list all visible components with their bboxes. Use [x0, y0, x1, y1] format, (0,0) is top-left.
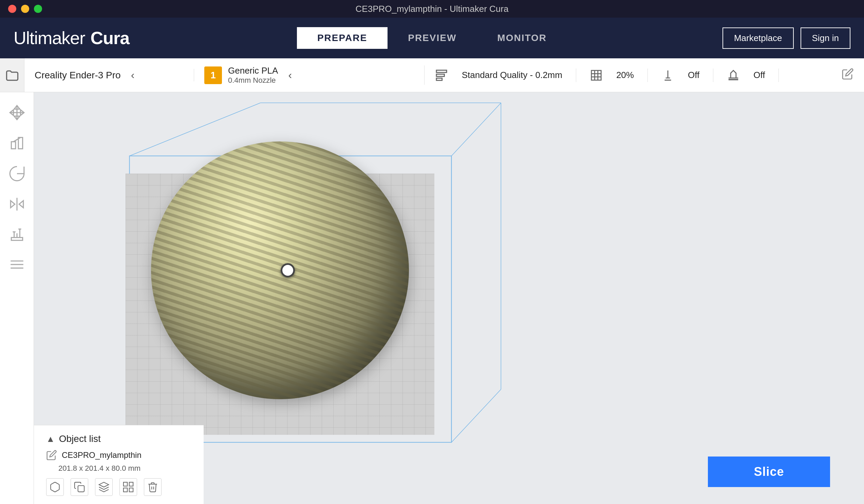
pencil-icon [842, 68, 854, 80]
object-panel: ▲ CE3PRO_mylampthin Object list CE3PRO_m… [34, 425, 204, 504]
printer-section: Creality Ender-3 Pro ‹ [24, 69, 194, 82]
material-section: 1 Generic PLA 0.4mm Nozzle ‹ [194, 65, 424, 85]
settings-section: Standard Quality - 0.2mm 20% Off Off [424, 68, 864, 83]
adhesion-icon [727, 69, 740, 82]
close-button[interactable] [8, 5, 16, 13]
quality-label: Standard Quality - 0.2mm [462, 70, 562, 81]
left-toolbar [0, 92, 34, 504]
open-file-button[interactable] [0, 58, 24, 92]
duplicate-button[interactable] [46, 478, 64, 496]
app-logo: Ultimaker Cura [14, 28, 129, 48]
divider-4 [779, 69, 779, 82]
tab-monitor[interactable]: MONITOR [477, 27, 567, 49]
object-dimensions: 201.8 x 201.4 x 80.0 mm [58, 464, 191, 473]
divider-1 [576, 69, 576, 82]
group-icon [122, 481, 134, 493]
rotate-icon [9, 165, 25, 182]
slice-object-button[interactable] [95, 478, 113, 496]
svg-rect-46 [129, 482, 133, 486]
nav-tabs: PREPARE PREVIEW MONITOR [297, 27, 567, 49]
copy-icon [74, 481, 85, 493]
object-item: CE3PRO_mylampthin [46, 450, 191, 460]
tab-preview[interactable]: PREVIEW [387, 27, 477, 49]
3d-object [151, 142, 409, 399]
svg-line-18 [13, 137, 20, 142]
mirror-tool-button[interactable] [3, 190, 31, 218]
logo-cura: Cura [91, 28, 129, 48]
trash-icon [147, 481, 158, 493]
material-chevron[interactable]: ‹ [288, 69, 292, 82]
divider-2 [648, 69, 648, 82]
main-content: ▲ CE3PRO_mylampthin Object list CE3PRO_m… [0, 92, 864, 504]
rotate-tool-button[interactable] [3, 160, 31, 187]
svg-rect-48 [129, 488, 133, 492]
material-badge: 1 [204, 66, 222, 84]
navbar: Ultimaker Cura PREPARE PREVIEW MONITOR M… [0, 17, 864, 58]
adhesion-label: Off [753, 70, 765, 81]
svg-rect-16 [11, 142, 16, 149]
svg-rect-44 [78, 486, 84, 492]
svg-rect-45 [123, 482, 127, 486]
svg-rect-22 [11, 237, 22, 240]
window-title: CE3PRO_mylampthin - Ultimaker Cura [356, 4, 509, 14]
svg-rect-1 [436, 74, 444, 76]
support-icon [661, 69, 674, 82]
quality-icon [435, 69, 448, 82]
viewport[interactable]: ▲ CE3PRO_mylampthin Object list CE3PRO_m… [34, 92, 864, 504]
marketplace-button[interactable]: Marketplace [722, 27, 794, 49]
support-tool-button[interactable] [3, 221, 31, 248]
minimize-button[interactable] [21, 5, 29, 13]
3d-object-container [125, 123, 434, 418]
nav-right: Marketplace Sign in [722, 27, 850, 49]
layer-view-button[interactable] [3, 252, 31, 279]
svg-rect-47 [123, 488, 127, 492]
tab-prepare[interactable]: PREPARE [297, 27, 387, 49]
svg-rect-0 [436, 70, 447, 73]
svg-rect-2 [436, 78, 442, 81]
svg-marker-20 [11, 201, 15, 208]
object-name: CE3PRO_mylampthin [62, 451, 142, 460]
sphere-highlight [151, 142, 409, 399]
layer-icon [9, 257, 25, 274]
infill-label: 20% [616, 70, 634, 81]
toolbar: Creality Ender-3 Pro ‹ 1 Generic PLA 0.4… [0, 58, 864, 92]
object-actions [46, 478, 191, 496]
printer-chevron[interactable]: ‹ [131, 69, 135, 82]
object-center-dot [281, 263, 295, 278]
cube-icon [49, 481, 61, 493]
sphere-body [151, 142, 409, 399]
collapse-arrow[interactable]: ▲ [46, 434, 55, 444]
slice-button[interactable]: Slice [708, 456, 830, 487]
settings-edit-button[interactable] [842, 68, 854, 83]
delete-button[interactable] [144, 478, 161, 496]
move-tool-button[interactable] [3, 99, 31, 126]
edit-icon [46, 450, 57, 460]
svg-line-33 [451, 103, 501, 156]
titlebar: CE3PRO_mylampthin - Ultimaker Cura [0, 0, 864, 17]
material-name: Generic PLA [228, 65, 278, 76]
divider-3 [713, 69, 713, 82]
printer-name: Creality Ender-3 Pro [35, 70, 121, 81]
object-list-header: ▲ CE3PRO_mylampthin Object list [46, 433, 191, 444]
svg-rect-17 [18, 137, 23, 149]
svg-marker-21 [19, 201, 23, 208]
traffic-lights [8, 5, 42, 13]
logo-ultimaker: Ultimaker [14, 28, 85, 48]
scale-icon [9, 135, 25, 151]
copy-button[interactable] [71, 478, 88, 496]
maximize-button[interactable] [34, 5, 42, 13]
object-list-label: Object list [59, 433, 101, 444]
support-tool-icon [9, 226, 25, 243]
slice-icon [98, 481, 110, 493]
material-info: Generic PLA 0.4mm Nozzle [228, 65, 278, 85]
group-button[interactable] [119, 478, 137, 496]
mirror-icon [9, 196, 25, 213]
scale-tool-button[interactable] [3, 130, 31, 157]
infill-icon [590, 69, 603, 82]
material-sub: 0.4mm Nozzle [228, 76, 278, 85]
support-label: Off [688, 70, 699, 81]
signin-button[interactable]: Sign in [801, 27, 851, 49]
move-icon [9, 104, 25, 121]
folder-icon [5, 68, 20, 83]
svg-line-37 [451, 389, 501, 442]
